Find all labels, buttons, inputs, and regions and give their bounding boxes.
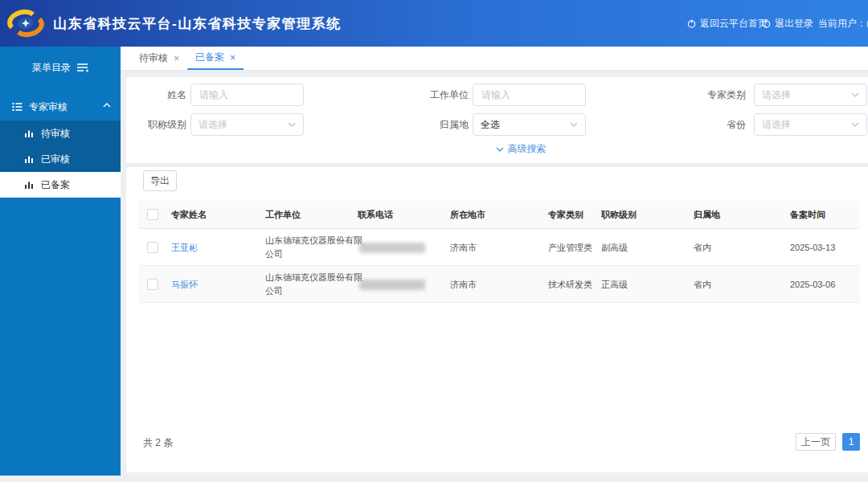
expert-name-link[interactable]: 马振怀 — [171, 266, 198, 303]
region-cell: 省内 — [694, 229, 711, 266]
work-unit-input[interactable] — [473, 84, 586, 106]
total-count: 共 2 条 — [143, 436, 173, 450]
region-select[interactable]: 全选 — [473, 113, 586, 136]
tab-label: 已备案 — [195, 51, 224, 64]
expert-category-select[interactable]: 请选择 — [754, 84, 867, 106]
region-label: 归属地 — [412, 113, 469, 136]
logout-link[interactable]: 退出登录 — [762, 0, 813, 47]
sidebar-item-label: 已审核 — [41, 153, 70, 166]
sidebar: 菜单目录 专家审核 待审核 已审核 已备案 — [0, 47, 121, 476]
bar-chart-icon — [24, 154, 34, 164]
chevron-down-icon — [496, 147, 504, 152]
table-row: 王亚彬 山东德瑞克仪器股份有限公司 济南市 产业管理类 副高级 省内 2025-… — [139, 229, 860, 266]
title-level-select[interactable]: 请选择 — [190, 113, 304, 136]
list-icon — [12, 102, 23, 112]
chevron-up-icon — [103, 103, 111, 108]
col-header-city: 所在地市 — [450, 201, 485, 229]
close-icon[interactable]: × — [230, 52, 235, 63]
col-header-region: 归属地 — [694, 201, 720, 229]
title-level-cell: 副高级 — [601, 229, 628, 266]
phone-redacted — [359, 280, 425, 290]
power-icon — [762, 19, 771, 28]
prev-page-button[interactable]: 上一页 — [796, 433, 836, 451]
advanced-search-label: 高级搜索 — [508, 142, 547, 156]
sidebar-item-filed[interactable]: 已备案 — [0, 172, 121, 198]
title-level-cell: 正高级 — [601, 266, 628, 303]
city-cell: 济南市 — [450, 266, 477, 303]
chevron-down-icon — [851, 92, 859, 97]
tab-filed[interactable]: 已备案 × — [187, 47, 244, 70]
col-header-category: 专家类别 — [548, 201, 583, 229]
sidebar-submenu: 待审核 已审核 已备案 — [0, 120, 121, 198]
bar-chart-icon — [24, 129, 34, 138]
col-header-title-level: 职称级别 — [601, 201, 637, 229]
name-input[interactable] — [190, 84, 304, 106]
sidebar-item-label: 已备案 — [41, 178, 70, 192]
phone-redacted — [359, 243, 425, 253]
table-row: 马振怀 山东德瑞克仪器股份有限公司 济南市 技术研发类 正高级 省内 2025-… — [139, 266, 860, 303]
page-title: 山东省科技云平台-山东省科技专家管理系统 — [53, 14, 342, 33]
work-unit-cell: 山东德瑞克仪器股份有限公司 — [265, 271, 366, 298]
select-value: 全选 — [481, 118, 500, 132]
menu-collapse-icon[interactable] — [76, 63, 88, 72]
name-label: 姓名 — [130, 84, 186, 106]
select-placeholder: 请选择 — [762, 118, 791, 132]
col-header-expert-name: 专家姓名 — [171, 201, 207, 229]
category-cell: 技术研发类 — [548, 266, 592, 303]
export-button[interactable]: 导出 — [143, 170, 177, 191]
logout-label: 退出登录 — [775, 17, 813, 31]
close-icon[interactable]: × — [174, 53, 179, 64]
menu-directory-label: 菜单目录 — [32, 61, 71, 75]
tab-bar: 待审核 × 已备案 × — [121, 47, 868, 71]
table-header-row: 专家姓名 工作单位 联系电话 所在地市 专家类别 职称级别 归属地 备案时间 — [139, 201, 860, 229]
chevron-down-icon — [851, 122, 859, 127]
col-header-record-date: 备案时间 — [790, 201, 825, 229]
sidebar-group-expert-review[interactable]: 专家审核 — [0, 93, 121, 120]
chevron-down-icon — [570, 122, 578, 127]
return-home-label: 返回云平台首页 — [700, 17, 768, 31]
return-home-link[interactable]: 返回云平台首页 — [687, 0, 768, 47]
col-header-phone: 联系电话 — [358, 201, 393, 229]
chevron-down-icon — [288, 122, 296, 127]
platform-logo-icon — [6, 6, 45, 41]
record-date-cell: 2025-03-13 — [790, 229, 835, 266]
menu-directory-header: 菜单目录 — [0, 51, 121, 84]
category-cell: 产业管理类 — [548, 229, 592, 266]
power-icon — [687, 19, 696, 28]
region-cell: 省内 — [694, 266, 711, 303]
sidebar-item-label: 待审核 — [41, 127, 70, 141]
tab-pending-review[interactable]: 待审核 × — [131, 47, 187, 70]
sidebar-item-pending-review[interactable]: 待审核 — [0, 120, 121, 146]
select-placeholder: 请选择 — [199, 118, 227, 132]
title-level-label: 职称级别 — [130, 113, 186, 136]
tab-label: 待审核 — [139, 51, 168, 65]
app-header: 山东省科技云平台-山东省科技专家管理系统 返回云平台首页 退出登录 当前用户：山… — [0, 0, 868, 47]
province-label: 省份 — [690, 113, 746, 136]
advanced-search-link[interactable]: 高级搜索 — [481, 142, 561, 156]
page-1-button[interactable]: 1 — [842, 433, 860, 451]
col-header-work-unit: 工作单位 — [265, 201, 301, 229]
expert-name-link[interactable]: 王亚彬 — [171, 229, 198, 266]
city-cell: 济南市 — [450, 229, 477, 266]
expert-category-label: 专家类别 — [690, 84, 746, 106]
work-unit-cell: 山东德瑞克仪器股份有限公司 — [265, 234, 366, 261]
select-all-checkbox[interactable] — [147, 209, 158, 220]
select-placeholder: 请选择 — [762, 88, 791, 102]
current-user-label: 当前用户：山东 — [818, 0, 868, 47]
province-select[interactable]: 请选择 — [754, 113, 867, 136]
row-checkbox[interactable] — [147, 242, 158, 253]
record-date-cell: 2025-03-06 — [790, 266, 835, 303]
bar-chart-icon — [24, 180, 34, 190]
sidebar-group-label: 专家审核 — [29, 100, 68, 114]
sidebar-item-reviewed[interactable]: 已审核 — [0, 146, 121, 172]
work-unit-label: 工作单位 — [412, 84, 469, 106]
row-checkbox[interactable] — [147, 279, 158, 290]
